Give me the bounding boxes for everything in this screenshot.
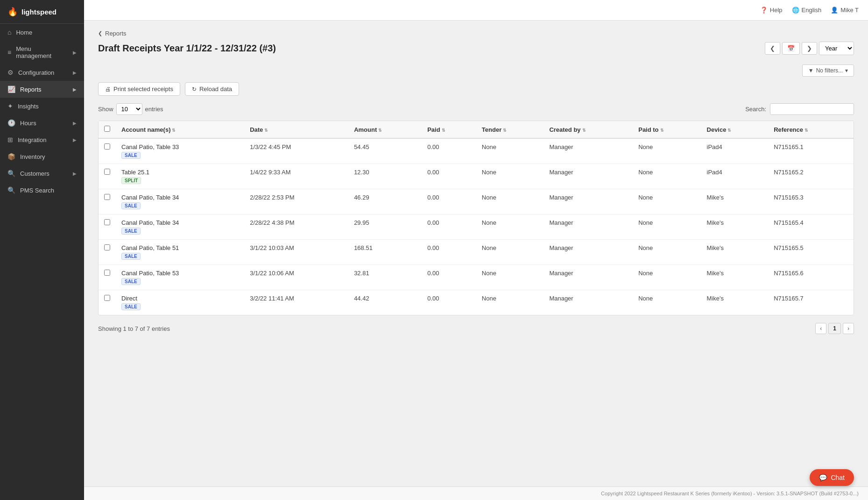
table-row: Canal Patio, Table 34 SALE 2/28/22 4:38 … (99, 214, 854, 240)
col-header-created_by[interactable]: Created by⇅ (543, 121, 633, 138)
row-checkbox-6[interactable] (99, 290, 116, 315)
chat-button[interactable]: 💬 Chat (810, 469, 854, 486)
row-select-0[interactable] (104, 143, 110, 150)
prev-period-button[interactable]: ❮ (765, 42, 780, 55)
row-tender-3: None (476, 214, 544, 240)
row-paid-to-2: None (633, 189, 701, 214)
row-device-1: iPad4 (701, 164, 769, 189)
col-header-tender[interactable]: Tender⇅ (476, 121, 544, 138)
row-amount-2: 46.29 (348, 189, 422, 214)
row-select-4[interactable] (104, 244, 110, 250)
sidebar-item-menu-management[interactable]: ≡ Menu management ▶ (0, 41, 84, 64)
row-created-by-6: Manager (543, 290, 633, 315)
row-select-1[interactable] (104, 169, 110, 175)
table-row: Table 25.1 SPLIT 1/4/22 9:33 AM 12.30 0.… (99, 164, 854, 189)
row-created-by-5: Manager (543, 265, 633, 290)
sidebar-item-reports[interactable]: 📈 Reports ▶ (0, 81, 84, 98)
row-checkbox-3[interactable] (99, 214, 116, 240)
account-name-4: Canal Patio, Table 51 (121, 244, 239, 251)
sidebar-item-integration[interactable]: ⊞ Integration ▶ (0, 131, 84, 148)
row-select-2[interactable] (104, 194, 110, 200)
user-menu[interactable]: 👤 Mike T (831, 7, 859, 14)
filter-button[interactable]: ▼ No filters... ▾ (802, 64, 854, 77)
entries-select[interactable]: 10 25 50 100 (116, 103, 142, 115)
search-input[interactable] (770, 103, 854, 115)
col-header-device[interactable]: Device⇅ (701, 121, 769, 138)
period-select[interactable]: Year Month Day (819, 42, 854, 55)
row-checkbox-4[interactable] (99, 240, 116, 265)
row-select-6[interactable] (104, 295, 110, 301)
sidebar-item-insights[interactable]: ✦ Insights (0, 98, 84, 114)
badge-3: SALE (121, 228, 141, 235)
table-row: Canal Patio, Table 33 SALE 1/3/22 4:45 P… (99, 138, 854, 164)
col-header-date[interactable]: Date⇅ (244, 121, 348, 138)
sidebar-arrow-hours: ▶ (73, 121, 77, 126)
table-row: Canal Patio, Table 53 SALE 3/1/22 10:06 … (99, 265, 854, 290)
row-checkbox-5[interactable] (99, 265, 116, 290)
col-header-account[interactable]: Account name(s)⇅ (116, 121, 244, 138)
row-select-5[interactable] (104, 270, 110, 276)
sidebar-icon-home: ⌂ (7, 29, 11, 36)
col-header-paid_to[interactable]: Paid to⇅ (633, 121, 701, 138)
row-paid-4: 0.00 (422, 240, 476, 265)
row-checkbox-2[interactable] (99, 189, 116, 214)
next-period-button[interactable]: ❯ (802, 42, 817, 55)
toolbar: 🖨 Print selected receipts ↻ Reload data (98, 82, 854, 96)
breadcrumb-parent[interactable]: Reports (105, 30, 127, 37)
language-icon: 🌐 (792, 7, 799, 14)
sort-icon-created_by: ⇅ (582, 128, 586, 133)
select-all-checkbox[interactable] (104, 126, 110, 132)
help-link[interactable]: ❓ Help (760, 7, 783, 14)
print-label: Print selected receipts (113, 86, 173, 93)
row-paid-0: 0.00 (422, 138, 476, 164)
reload-data-button[interactable]: ↻ Reload data (185, 82, 239, 96)
sidebar-item-hours[interactable]: 🕐 Hours ▶ (0, 114, 84, 131)
sidebar-label-integration: Integration (18, 136, 46, 143)
sidebar-item-inventory[interactable]: 📦 Inventory (0, 148, 84, 165)
pagination-controls: ‹ 1 › (815, 323, 854, 334)
row-date-0: 1/3/22 4:45 PM (244, 138, 348, 164)
row-created-by-3: Manager (543, 214, 633, 240)
table-header: Account name(s)⇅Date⇅Amount⇅Paid⇅Tender⇅… (99, 121, 854, 138)
row-checkbox-1[interactable] (99, 164, 116, 189)
filter-caret: ▾ (845, 67, 848, 74)
page-1-button[interactable]: 1 (828, 323, 841, 334)
row-created-by-2: Manager (543, 189, 633, 214)
col-header-amount[interactable]: Amount⇅ (348, 121, 422, 138)
print-receipts-button[interactable]: 🖨 Print selected receipts (98, 82, 180, 96)
row-amount-0: 54.45 (348, 138, 422, 164)
next-page-button[interactable]: › (843, 323, 854, 334)
sidebar-label-configuration: Configuration (18, 69, 54, 76)
calendar-button[interactable]: 📅 (782, 42, 800, 55)
help-icon: ❓ (760, 7, 768, 14)
col-header-reference[interactable]: Reference⇅ (768, 121, 854, 138)
row-tender-1: None (476, 164, 544, 189)
language-selector[interactable]: 🌐 English (792, 7, 822, 14)
sidebar-label-customers: Customers (20, 170, 49, 177)
col-header-paid[interactable]: Paid⇅ (422, 121, 476, 138)
row-account-4: Canal Patio, Table 51 SALE (116, 240, 244, 265)
row-reference-2: N715165.3 (768, 189, 854, 214)
show-entries-control: Show 10 25 50 100 entries (98, 103, 163, 115)
row-reference-5: N715165.6 (768, 265, 854, 290)
user-label: Mike T (840, 7, 859, 14)
row-select-3[interactable] (104, 219, 110, 225)
sidebar-item-customers[interactable]: 🔍 Customers ▶ (0, 165, 84, 182)
row-account-5: Canal Patio, Table 53 SALE (116, 265, 244, 290)
sort-icon-paid_to: ⇅ (660, 128, 664, 133)
row-device-6: Mike's (701, 290, 769, 315)
row-created-by-1: Manager (543, 164, 633, 189)
badge-1: SPLIT (121, 177, 141, 184)
row-date-2: 2/28/22 2:53 PM (244, 189, 348, 214)
sidebar-icon-customers: 🔍 (7, 170, 15, 177)
sidebar-item-pms-search[interactable]: 🔍 PMS Search (0, 182, 84, 199)
sidebar-item-home[interactable]: ⌂ Home (0, 24, 84, 41)
row-created-by-4: Manager (543, 240, 633, 265)
prev-page-button[interactable]: ‹ (815, 323, 826, 334)
sidebar-label-home: Home (16, 29, 32, 36)
row-date-6: 3/2/22 11:41 AM (244, 290, 348, 315)
sidebar-label-reports: Reports (20, 86, 42, 93)
sidebar-item-configuration[interactable]: ⚙ Configuration ▶ (0, 64, 84, 81)
reload-icon: ↻ (192, 86, 197, 93)
row-checkbox-0[interactable] (99, 138, 116, 164)
